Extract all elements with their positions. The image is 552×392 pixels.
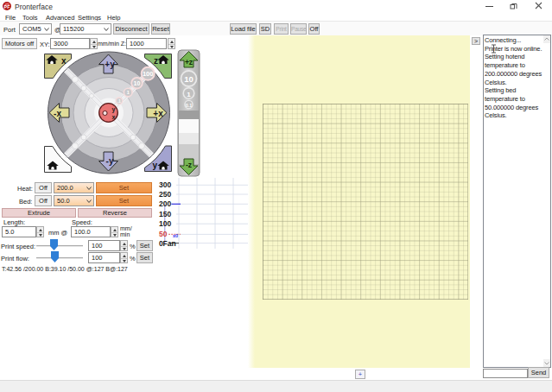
svg-text:Fan: Fan [163,239,176,248]
svg-text:x: x [61,56,67,66]
svg-text:+x: +x [153,109,163,118]
svg-text:250: 250 [159,190,171,199]
svg-text:-z: -z [186,161,192,169]
svg-text:z: z [154,56,158,66]
svg-text:100: 100 [143,70,154,78]
svg-text:y: y [152,161,157,170]
svg-text:10: 10 [134,80,141,86]
svg-text:0.1: 0.1 [186,103,193,108]
svg-text:+y: +y [105,60,115,69]
svg-text:10: 10 [184,74,194,84]
svg-text:-y: -y [106,156,114,166]
svg-text:+z: +z [185,58,193,66]
svg-text:300: 300 [159,180,171,189]
svg-text:1: 1 [187,91,191,98]
svg-text:1: 1 [127,90,130,95]
svg-text:50: 50 [159,230,168,238]
svg-text:PF: PF [4,4,11,9]
svg-text:-x: -x [54,109,61,118]
svg-text:y: y [112,106,116,113]
svg-text:x0: x0 [173,233,178,238]
svg-text:150: 150 [159,210,171,218]
svg-text:100: 100 [159,219,171,228]
svg-text:.1: .1 [117,99,121,104]
svg-text:x: x [112,114,116,120]
svg-text:200: 200 [159,199,171,208]
